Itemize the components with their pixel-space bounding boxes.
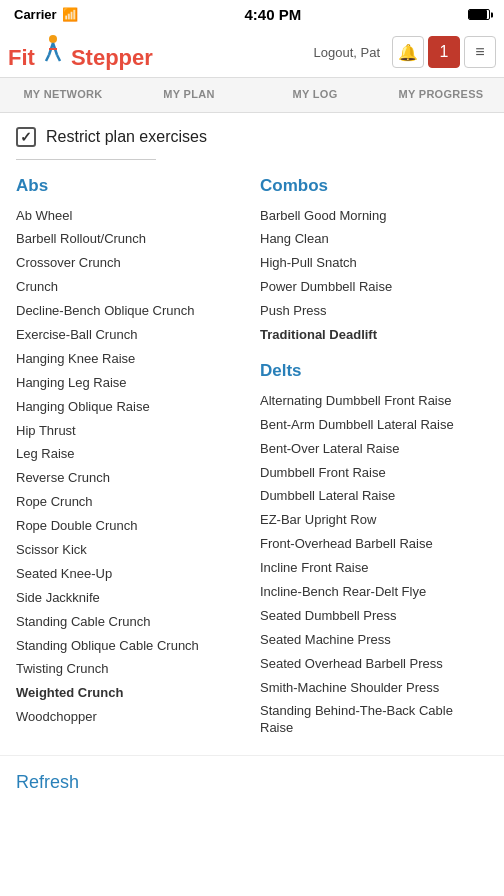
logo-stepper: Stepper xyxy=(71,45,153,70)
wifi-icon: 📶 xyxy=(62,7,78,22)
tab-my-log-label: MY LOG xyxy=(293,88,338,100)
abs-item-6[interactable]: Hanging Knee Raise xyxy=(16,347,244,371)
combos-title: Combos xyxy=(260,176,488,196)
header-actions: Logout, Pat 🔔 1 ≡ xyxy=(306,36,497,68)
refresh-button[interactable]: Refresh xyxy=(16,772,79,793)
tab-my-progress[interactable]: MY PROGRESS xyxy=(378,78,504,112)
abs-item-20[interactable]: Weighted Crunch xyxy=(16,682,244,706)
tab-my-log[interactable]: MY LOG xyxy=(252,78,378,112)
delts-item-3[interactable]: Dumbbell Front Raise xyxy=(260,461,488,485)
abs-item-10[interactable]: Leg Raise xyxy=(16,443,244,467)
menu-icon: ≡ xyxy=(475,43,484,61)
abs-item-5[interactable]: Exercise-Ball Crunch xyxy=(16,323,244,347)
abs-item-21[interactable]: Woodchopper xyxy=(16,706,244,730)
combos-item-4[interactable]: Push Press xyxy=(260,300,488,324)
abs-column: Abs Ab Wheel Barbell Rollout/Crunch Cros… xyxy=(16,176,252,741)
delts-item-12[interactable]: Smith-Machine Shoulder Press xyxy=(260,676,488,700)
abs-item-9[interactable]: Hip Thrust xyxy=(16,419,244,443)
abs-item-13[interactable]: Rope Double Crunch xyxy=(16,515,244,539)
tab-my-network-label: MY NETWORK xyxy=(23,88,102,100)
combos-item-2[interactable]: High-Pull Snatch xyxy=(260,252,488,276)
abs-item-1[interactable]: Barbell Rollout/Crunch xyxy=(16,228,244,252)
right-column: Combos Barbell Good Morning Hang Clean H… xyxy=(252,176,488,741)
combos-item-1[interactable]: Hang Clean xyxy=(260,228,488,252)
tab-my-progress-label: MY PROGRESS xyxy=(398,88,483,100)
divider xyxy=(16,159,156,160)
abs-item-7[interactable]: Hanging Leg Raise xyxy=(16,371,244,395)
abs-item-0[interactable]: Ab Wheel xyxy=(16,204,244,228)
delts-title: Delts xyxy=(260,361,488,381)
svg-line-5 xyxy=(57,55,60,61)
combos-item-5[interactable]: Traditional Deadlift xyxy=(260,323,488,347)
restrict-plan-checkbox[interactable] xyxy=(16,127,36,147)
combos-item-3[interactable]: Power Dumbbell Raise xyxy=(260,276,488,300)
carrier-label: Carrier xyxy=(14,7,57,22)
restrict-plan-row: Restrict plan exercises xyxy=(16,127,488,147)
abs-item-18[interactable]: Standing Oblique Cable Crunch xyxy=(16,634,244,658)
abs-item-4[interactable]: Decline-Bench Oblique Crunch xyxy=(16,300,244,324)
content-area: Restrict plan exercises Abs Ab Wheel Bar… xyxy=(0,113,504,755)
delts-item-7[interactable]: Incline Front Raise xyxy=(260,557,488,581)
delts-item-10[interactable]: Seated Machine Press xyxy=(260,628,488,652)
delts-item-1[interactable]: Bent-Arm Dumbbell Lateral Raise xyxy=(260,413,488,437)
svg-line-4 xyxy=(46,55,49,61)
refresh-row: Refresh xyxy=(0,755,504,809)
logout-button[interactable]: Logout, Pat xyxy=(306,41,389,64)
abs-item-19[interactable]: Twisting Crunch xyxy=(16,658,244,682)
delts-item-8[interactable]: Incline-Bench Rear-Delt Flye xyxy=(260,580,488,604)
tab-my-network[interactable]: MY NETWORK xyxy=(0,78,126,112)
bell-button[interactable]: 🔔 xyxy=(392,36,424,68)
restrict-plan-label: Restrict plan exercises xyxy=(46,128,207,146)
logo-fit: Fit xyxy=(8,45,35,70)
abs-item-15[interactable]: Seated Knee-Up xyxy=(16,562,244,586)
status-right xyxy=(468,9,490,20)
app-header: Fit Stepper Logout, Pat 🔔 1 ≡ xyxy=(0,27,504,78)
abs-title: Abs xyxy=(16,176,244,196)
tab-my-plan[interactable]: MY PLAN xyxy=(126,78,252,112)
exercise-columns: Abs Ab Wheel Barbell Rollout/Crunch Cros… xyxy=(16,176,488,741)
abs-item-12[interactable]: Rope Crunch xyxy=(16,491,244,515)
nav-tabs: MY NETWORK MY PLAN MY LOG MY PROGRESS xyxy=(0,78,504,113)
abs-item-8[interactable]: Hanging Oblique Raise xyxy=(16,395,244,419)
delts-item-9[interactable]: Seated Dumbbell Press xyxy=(260,604,488,628)
svg-point-0 xyxy=(49,35,57,43)
status-bar: Carrier 📶 4:40 PM xyxy=(0,0,504,27)
delts-item-4[interactable]: Dumbbell Lateral Raise xyxy=(260,485,488,509)
logo-text: Fit Stepper xyxy=(8,33,153,71)
delts-item-11[interactable]: Seated Overhead Barbell Press xyxy=(260,652,488,676)
delts-item-13[interactable]: Standing Behind-The-Back Cable Raise xyxy=(260,700,488,741)
abs-item-14[interactable]: Scissor Kick xyxy=(16,538,244,562)
status-time: 4:40 PM xyxy=(244,6,301,23)
abs-item-17[interactable]: Standing Cable Crunch xyxy=(16,610,244,634)
combos-item-0[interactable]: Barbell Good Morning xyxy=(260,204,488,228)
delts-item-0[interactable]: Alternating Dumbbell Front Raise xyxy=(260,389,488,413)
notification-count: 1 xyxy=(440,43,449,61)
menu-button[interactable]: ≡ xyxy=(464,36,496,68)
delts-item-5[interactable]: EZ-Bar Upright Row xyxy=(260,509,488,533)
tab-my-plan-label: MY PLAN xyxy=(163,88,214,100)
abs-item-3[interactable]: Crunch xyxy=(16,276,244,300)
logo-runner-icon xyxy=(37,33,69,65)
delts-item-6[interactable]: Front-Overhead Barbell Raise xyxy=(260,533,488,557)
abs-item-11[interactable]: Reverse Crunch xyxy=(16,467,244,491)
bell-icon: 🔔 xyxy=(398,43,418,62)
delts-item-2[interactable]: Bent-Over Lateral Raise xyxy=(260,437,488,461)
status-left: Carrier 📶 xyxy=(14,7,78,22)
logo: Fit Stepper xyxy=(8,33,306,71)
abs-item-2[interactable]: Crossover Crunch xyxy=(16,252,244,276)
abs-item-16[interactable]: Side Jackknife xyxy=(16,586,244,610)
notification-button[interactable]: 1 xyxy=(428,36,460,68)
battery-icon xyxy=(468,9,490,20)
